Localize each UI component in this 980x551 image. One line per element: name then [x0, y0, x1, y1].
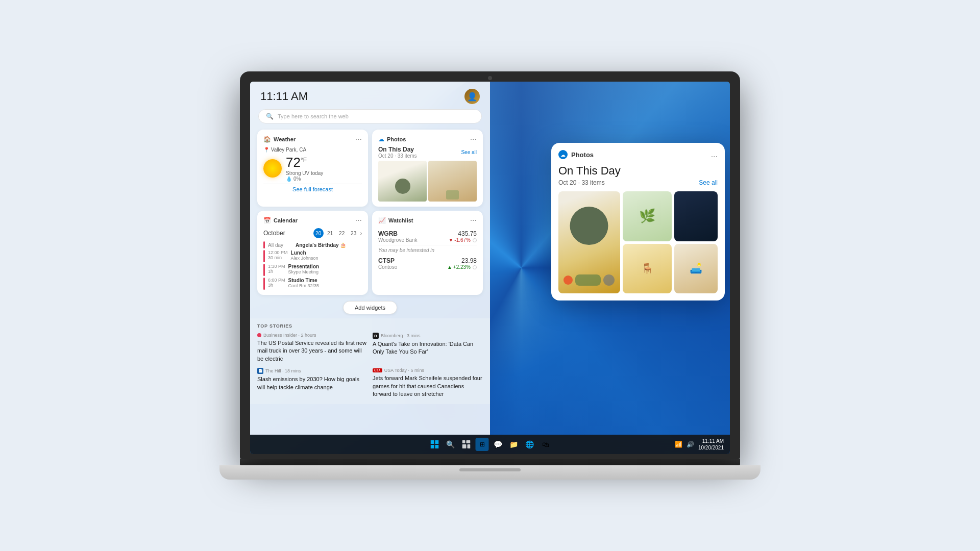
chat-icon: 💬 [494, 440, 502, 448]
news-item-4[interactable]: USA USA Today · 5 mins Jets forward Mark… [373, 368, 483, 398]
watchlist-widget: 📈 Watchlist ··· WGRB Woodgrove Bank [372, 211, 483, 295]
cal-day-20[interactable]: 20 [313, 228, 324, 238]
search-bar[interactable]: 🔍 Type here to search the web [258, 109, 482, 123]
watchlist-title: Watchlist [388, 217, 413, 223]
photo-thumb-2[interactable] [428, 161, 477, 202]
svg-rect-2 [431, 445, 434, 448]
photos-more-icon[interactable]: ··· [470, 135, 477, 144]
photos-see-all[interactable]: See all [461, 149, 477, 155]
cal-event-allday: All day Angela's Birthday 🎂 [263, 241, 362, 248]
cal-event-lunch: 12:00 PM 30 min Lunch Alex Johnson [263, 250, 362, 262]
edge-icon: 🌐 [525, 440, 534, 448]
photos-exp-cloud-icon: ☁ [558, 150, 568, 159]
calendar-events: All day Angela's Birthday 🎂 12:00 PM 30 … [263, 241, 362, 290]
svg-rect-6 [462, 444, 467, 448]
photos-date: Oct 20 · 33 items [378, 153, 417, 159]
cal-event-studio: 6:00 PM 3h Studio Time Conf Rm 32/35 [263, 278, 362, 290]
taskbar-clock[interactable]: 11:11 AM 10/20/2021 [698, 438, 724, 451]
laptop-screen: 11:11 AM 👤 🔍 Type here to search the web [250, 82, 730, 454]
news-headline-3: Slash emissions by 2030? How big goals w… [257, 375, 368, 391]
current-time: 11:11 AM [260, 90, 308, 103]
photos-exp-title: Photos [571, 151, 594, 159]
photos-grid [378, 161, 477, 202]
photo-exp-cushion[interactable]: 🪑 [623, 244, 672, 294]
photo-thumb-1[interactable] [378, 161, 427, 202]
user-avatar[interactable]: 👤 [464, 89, 480, 104]
cal-event-presentation: 1:30 PM 1h Presentation Skype Meeting [263, 264, 362, 276]
svg-rect-7 [468, 444, 471, 448]
news-section: TOP STORIES Business Insider · 2 hours T… [250, 318, 490, 404]
taskbar-explorer[interactable]: 📁 [507, 438, 521, 451]
calendar-title: Calendar [274, 217, 298, 223]
photo-exp-dark[interactable] [674, 191, 718, 241]
add-widgets-row: Add widgets [250, 297, 490, 318]
photos-section-title: On This Day [378, 146, 417, 153]
watchlist-interest-label: You may be interested in [378, 245, 477, 255]
news-headline-2: A Quant's Take on Innovation: 'Data Can … [373, 340, 483, 356]
weather-title: Weather [274, 136, 296, 142]
photo-exp-main[interactable] [558, 191, 620, 293]
photo-exp-plants[interactable]: 🌿 [623, 191, 672, 241]
news-headline-1: The US Postal Service revealed its first… [257, 339, 368, 363]
weather-widget: 🏠 Weather ··· 📍 Valley Park, CA [257, 130, 368, 207]
folder-icon: 📁 [509, 440, 518, 448]
cal-day-21[interactable]: 21 [325, 228, 335, 238]
watchlist-icon: 📈 [378, 217, 386, 224]
taskbar-widgets[interactable]: ⊞ [476, 438, 489, 451]
taskbar-sound-icon: 🔊 [687, 441, 694, 448]
weather-forecast-link[interactable]: See full forecast [263, 184, 362, 192]
taskbar: 🔍 ⊞ 💬 [250, 435, 730, 454]
svg-rect-3 [435, 445, 439, 448]
watchlist-item-wgrb: WGRB Woodgrove Bank 435.75 ▼-1.67% [378, 228, 477, 245]
photos-widget: ☁ Photos ··· On This Day Oct 20 · 33 ite… [372, 130, 483, 207]
photos-cloud-icon: ☁ [378, 136, 384, 143]
cal-day-23[interactable]: 23 [349, 228, 359, 238]
news-item-1[interactable]: Business Insider · 2 hours The US Postal… [257, 333, 368, 363]
taskbar-taskview[interactable] [460, 438, 473, 451]
widgets-panel: 11:11 AM 👤 🔍 Type here to search the web [250, 82, 490, 435]
taskbar-search[interactable]: 🔍 [444, 438, 457, 451]
photos-exp-see-all[interactable]: See all [699, 179, 718, 186]
calendar-more-icon[interactable]: ··· [355, 216, 362, 225]
photos-exp-more[interactable]: ... [711, 150, 718, 159]
weather-precip: 0% [293, 176, 301, 182]
photos-exp-grid: 🌿 🪑 🛋️ [558, 191, 718, 293]
weather-more-icon[interactable]: ··· [355, 135, 362, 144]
svg-rect-5 [467, 440, 471, 443]
calendar-icon: 📅 [263, 217, 271, 224]
weather-sun-icon [263, 159, 282, 178]
laptop-hinge [240, 459, 740, 465]
svg-rect-4 [462, 440, 465, 443]
cal-day-22[interactable]: 22 [337, 228, 347, 238]
search-placeholder: Type here to search the web [278, 113, 349, 119]
weather-unit: °F [301, 157, 307, 164]
taskbar-network-icon: 📶 [675, 441, 682, 448]
search-icon: 🔍 [446, 440, 455, 448]
calendar-month: October [263, 230, 285, 237]
news-item-3[interactable]: 📄 The Hill · 18 mins Slash emissions by … [257, 368, 368, 398]
taskbar-start[interactable] [428, 438, 442, 451]
news-item-2[interactable]: B Bloomberg · 3 mins A Quant's Take on I… [373, 333, 483, 363]
calendar-widget: 📅 Calendar ··· October 20 21 22 23 [257, 211, 368, 295]
weather-location-icon: 📍 [263, 147, 270, 153]
taskbar-chat[interactable]: 💬 [492, 438, 505, 451]
photos-expanded-card: ☁ Photos ... On This Day Oct 20 · 33 ite… [551, 143, 725, 300]
photos-exp-section: On This Day [558, 164, 718, 178]
weather-icon: 🏠 [263, 136, 271, 143]
laptop-container: 11:11 AM 👤 🔍 Type here to search the web [219, 71, 761, 480]
photos-exp-meta: Oct 20 · 33 items [558, 179, 605, 186]
weather-description: Strong UV today [286, 170, 323, 176]
watchlist-more-icon[interactable]: ··· [470, 216, 477, 225]
add-widgets-button[interactable]: Add widgets [343, 301, 397, 314]
taskbar-edge[interactable]: 🌐 [523, 438, 536, 451]
taskbar-store[interactable]: 🛍 [539, 438, 552, 451]
taskbar-date: 10/20/2021 [698, 444, 724, 451]
svg-rect-1 [435, 440, 439, 444]
svg-rect-0 [431, 440, 434, 444]
widgets-header: 11:11 AM 👤 [250, 82, 490, 107]
photo-exp-wicker[interactable]: 🛋️ [674, 244, 718, 294]
laptop-bezel: 11:11 AM 👤 🔍 Type here to search the web [240, 71, 740, 459]
weather-temp: 72 [286, 155, 301, 170]
task-view-icon [462, 440, 471, 448]
windows-logo-icon [431, 440, 439, 448]
